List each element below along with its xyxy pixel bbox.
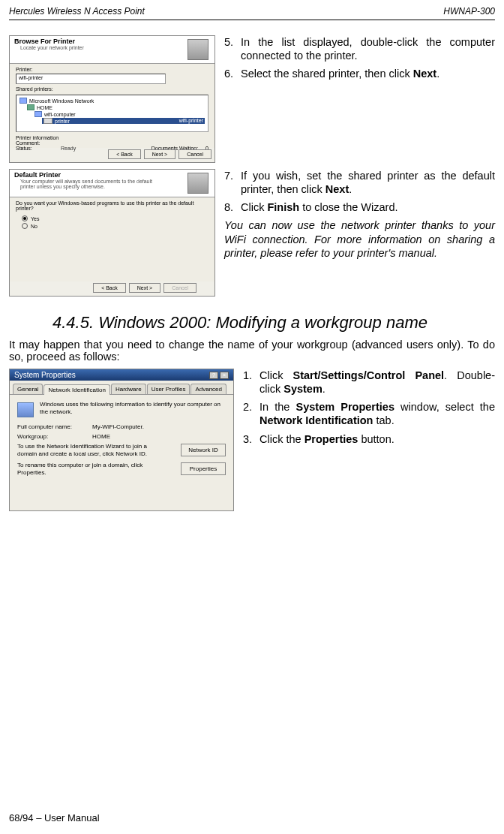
workgroup-value: HOME bbox=[92, 433, 110, 440]
printer-small-icon bbox=[44, 118, 52, 124]
page-header: Hercules Wireless N Access Point HWNAP-3… bbox=[0, 0, 504, 20]
radio-icon bbox=[22, 215, 28, 221]
header-left: Hercules Wireless N Access Point bbox=[9, 6, 145, 17]
fullname-value: My-WiFi-Computer. bbox=[92, 423, 144, 430]
properties-button[interactable]: Properties bbox=[181, 462, 226, 475]
wizard-subtitle: Locate your network printer bbox=[14, 45, 84, 50]
radio-yes[interactable]: Yes bbox=[22, 215, 208, 221]
default-question: Do you want your Windows-based programs … bbox=[16, 200, 208, 211]
wizard2-body: Do you want your Windows-based programs … bbox=[10, 197, 214, 282]
step-3: 3. Click the Properties button. bbox=[243, 432, 495, 446]
next-button[interactable]: Next > bbox=[129, 283, 160, 293]
printer-input[interactable]: wifi-printer bbox=[16, 74, 166, 84]
wizard2-subtitle: Your computer will always send documents… bbox=[14, 179, 164, 189]
network-id-button[interactable]: Network ID bbox=[181, 444, 226, 456]
radio-icon bbox=[22, 223, 28, 229]
shared-printers-label: Shared printers: bbox=[16, 86, 208, 92]
wizard-body: Printer: wifi-printer Shared printers: M… bbox=[10, 64, 214, 148]
header-rule bbox=[9, 20, 495, 20]
section-intro: It may happen that you need to change th… bbox=[0, 339, 504, 369]
tab-network-identification[interactable]: Network Identification bbox=[44, 384, 110, 395]
printer-icon bbox=[188, 39, 208, 60]
tabs: General Network Identification Hardware … bbox=[10, 381, 233, 395]
wizard-heading: Browse For Printer bbox=[14, 38, 84, 45]
tab-advanced[interactable]: Advanced bbox=[190, 384, 226, 394]
printer-icon bbox=[188, 173, 208, 194]
printer-info: Printer information Comment: Status: Rea… bbox=[16, 135, 208, 151]
fullname-label: Full computer name: bbox=[17, 423, 92, 430]
wizard2-header: Default Printer Your computer will alway… bbox=[10, 170, 214, 197]
radio-no[interactable]: No bbox=[22, 223, 208, 229]
next-button[interactable]: Next > bbox=[144, 149, 176, 159]
cancel-button[interactable]: Cancel bbox=[178, 149, 212, 159]
wizard-buttons: < Back Next > Cancel bbox=[108, 149, 212, 159]
window-title: System Properties bbox=[14, 371, 76, 379]
close-icon[interactable]: × bbox=[220, 372, 229, 379]
wifi-note: You can now use the network printer than… bbox=[224, 218, 495, 259]
instructions-1: 5. In the list displayed, double-click t… bbox=[215, 35, 495, 163]
wizard2-buttons: < Back Next > Cancel bbox=[93, 283, 196, 293]
workgroup-label: Workgroup: bbox=[17, 433, 92, 440]
tree-computer: wifi-computer bbox=[44, 112, 76, 117]
properties-text: To rename this computer or join a domain… bbox=[17, 462, 152, 476]
computer-icon bbox=[34, 111, 42, 117]
row-wizard-1: Browse For Printer Locate your network p… bbox=[0, 35, 504, 163]
window-controls: ? × bbox=[209, 372, 229, 379]
tab-user-profiles[interactable]: User Profiles bbox=[147, 384, 190, 394]
network-icon bbox=[20, 98, 27, 104]
tree-home: HOME bbox=[37, 105, 52, 110]
add-printer-wizard-default: Default Printer Your computer will alway… bbox=[9, 169, 215, 297]
sysprops-body: Windows uses the following information t… bbox=[10, 395, 233, 486]
network-id-icon bbox=[17, 402, 34, 417]
row-sysprops: System Properties ? × General Network Id… bbox=[0, 369, 504, 511]
header-right: HWNAP-300 bbox=[443, 6, 495, 17]
page-footer: 68/94 – User Manual bbox=[9, 812, 100, 823]
tab-general[interactable]: General bbox=[13, 384, 43, 394]
help-icon[interactable]: ? bbox=[209, 372, 218, 379]
network-id-text: To use the Network Identification Wizard… bbox=[17, 443, 152, 457]
shared-printers-tree[interactable]: Microsoft Windows Network HOME wifi-comp… bbox=[16, 95, 208, 132]
sysprops-desc: Windows uses the following information t… bbox=[40, 401, 226, 415]
back-button[interactable]: < Back bbox=[93, 283, 126, 293]
printer-label: Printer: bbox=[16, 67, 208, 72]
wizard-header: Browse For Printer Locate your network p… bbox=[10, 36, 214, 64]
system-properties-window: System Properties ? × General Network Id… bbox=[9, 369, 234, 511]
add-printer-wizard-browse: Browse For Printer Locate your network p… bbox=[9, 35, 215, 163]
tree-selected-printer[interactable]: printer wifi-printer bbox=[42, 118, 205, 124]
tab-hardware[interactable]: Hardware bbox=[111, 384, 146, 394]
step-2: 2. In the System Properties window, sele… bbox=[243, 400, 495, 427]
section-title: 4.4.5. Windows 2000: Modifying a workgro… bbox=[0, 303, 504, 339]
step-8: 8. Click Finish to close the Wizard. bbox=[224, 200, 495, 214]
workgroup-icon bbox=[27, 104, 34, 110]
row-wizard-2: Default Printer Your computer will alway… bbox=[0, 169, 504, 297]
instructions-3: 1. Click Start/Settings/Control Panel. D… bbox=[234, 369, 495, 511]
step-5: 5. In the list displayed, double-click t… bbox=[224, 35, 495, 62]
step-6: 6. Select the shared printer, then click… bbox=[224, 67, 495, 80]
tree-root: Microsoft Windows Network bbox=[29, 98, 94, 104]
titlebar: System Properties ? × bbox=[10, 369, 233, 381]
wizard2-heading: Default Printer bbox=[14, 171, 164, 179]
step-1: 1. Click Start/Settings/Control Panel. D… bbox=[243, 369, 495, 396]
back-button[interactable]: < Back bbox=[108, 149, 141, 159]
cancel-button[interactable]: Cancel bbox=[164, 283, 196, 293]
step-7: 7. If you wish, set the shared printer a… bbox=[224, 169, 495, 196]
instructions-2: 7. If you wish, set the shared printer a… bbox=[215, 169, 495, 297]
